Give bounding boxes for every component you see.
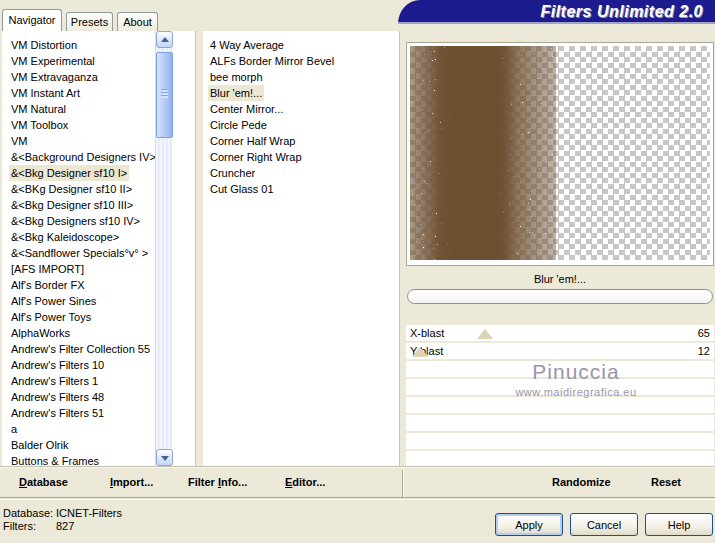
menu-item-filter-info[interactable]: Filter Info... <box>188 476 247 488</box>
chevron-up-icon <box>161 37 169 42</box>
apply-button[interactable]: Apply <box>495 513 563 536</box>
empty-param-row <box>406 415 714 431</box>
filter-item[interactable]: Center Mirror... <box>208 101 399 117</box>
title-banner: Filters Unlimited 2.0 <box>398 0 715 24</box>
status-database-value: ICNET-Filters <box>56 507 122 519</box>
category-list-panel: VM DistortionVM ExperimentalVM Extravaga… <box>2 31 196 466</box>
filters-unlimited-window: { "window": { "title": "Filters Unlimite… <box>0 0 715 543</box>
filter-item[interactable]: Cut Glass 01 <box>208 181 399 197</box>
param-value: 65 <box>698 325 710 341</box>
empty-param-row <box>406 397 714 413</box>
scrollbar-up-button[interactable] <box>156 31 173 48</box>
chevron-down-icon <box>161 456 169 461</box>
selected-filter-name: Blur 'em!... <box>406 272 714 286</box>
slider-handle[interactable] <box>412 347 428 357</box>
param-row[interactable]: X-blast65 <box>406 325 714 341</box>
param-row[interactable]: Y-blast12 <box>406 343 714 359</box>
empty-param-row <box>406 451 714 467</box>
noise-overlay <box>410 46 556 260</box>
filter-item[interactable]: 4 Way Average <box>208 37 399 53</box>
menu-item-import[interactable]: Import... <box>110 476 153 488</box>
parameter-rows: X-blast65Y-blast12 <box>406 325 714 469</box>
param-label: X-blast <box>410 325 444 341</box>
menu-item-database[interactable]: Database <box>19 476 68 488</box>
filter-item[interactable]: Cruncher <box>208 165 399 181</box>
status-filters-value: 827 <box>56 520 74 532</box>
scrollbar-down-button[interactable] <box>156 449 173 466</box>
menu-item-reset[interactable]: Reset <box>651 476 681 488</box>
param-value: 12 <box>698 343 710 359</box>
filter-item[interactable]: bee morph <box>208 69 399 85</box>
menu-item-randomize[interactable]: Randomize <box>552 476 611 488</box>
category-scrollbar[interactable] <box>155 31 172 466</box>
slider-handle[interactable] <box>477 329 493 339</box>
cancel-button[interactable]: Cancel <box>570 513 638 536</box>
menu-item-editor[interactable]: Editor... <box>285 476 325 488</box>
empty-param-row <box>406 433 714 449</box>
status-database-row: Database:ICNET-Filters <box>3 507 122 520</box>
filter-list: 4 Way AverageALFs Border Mirror Bevelbee… <box>203 31 399 197</box>
menu-right-group: RandomizeReset <box>400 468 715 499</box>
status-database-label: Database: <box>3 507 56 520</box>
grip-icon <box>161 89 168 98</box>
empty-param-row <box>406 361 714 377</box>
preview-panel <box>406 42 714 266</box>
menu-bar: DatabaseImport...Filter Info...Editor...… <box>0 467 715 498</box>
preview-image <box>410 46 710 260</box>
scrollbar-thumb[interactable] <box>156 52 173 138</box>
empty-param-row <box>406 379 714 395</box>
status-area: Database:ICNET-Filters Filters:827 Apply… <box>0 499 715 543</box>
status-filters-row: Filters:827 <box>3 520 74 533</box>
filter-list-panel: 4 Way AverageALFs Border Mirror Bevelbee… <box>203 31 400 466</box>
tab-about[interactable]: About <box>117 12 158 31</box>
filter-item[interactable]: Corner Half Wrap <box>208 133 399 149</box>
tab-navigator[interactable]: Navigator <box>2 9 62 31</box>
filter-item[interactable]: Circle Pede <box>208 117 399 133</box>
help-button[interactable]: Help <box>645 513 713 536</box>
progress-bar <box>407 289 713 304</box>
status-filters-label: Filters: <box>3 520 56 533</box>
filter-item[interactable]: ALFs Border Mirror Bevel <box>208 53 399 69</box>
filter-item[interactable]: Corner Right Wrap <box>208 149 399 165</box>
filter-item[interactable]: Blur 'em!... <box>208 85 399 101</box>
tab-presets[interactable]: Presets <box>66 12 113 31</box>
app-title: Filters Unlimited 2.0 <box>540 3 715 20</box>
